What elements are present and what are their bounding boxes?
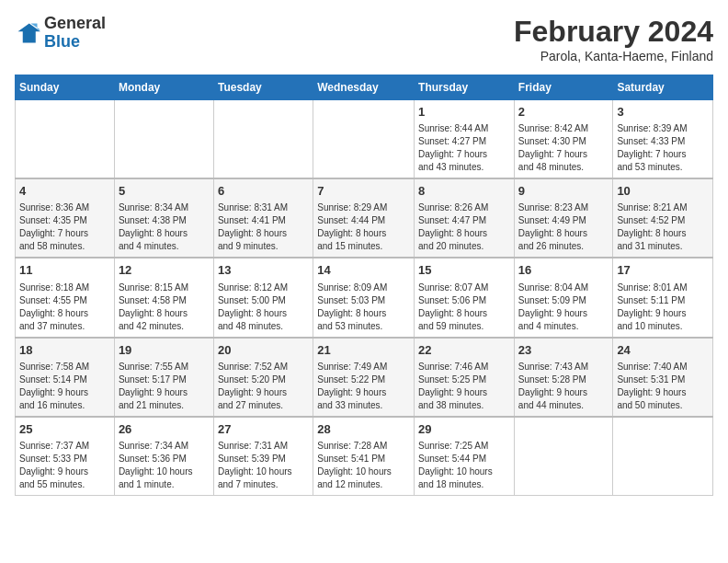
day-detail: Sunrise: 8:44 AM Sunset: 4:27 PM Dayligh… [418,122,510,174]
day-number: 6 [218,183,309,200]
day-detail: Sunrise: 7:46 AM Sunset: 5:25 PM Dayligh… [418,361,510,412]
calendar-week-row: 18Sunrise: 7:58 AM Sunset: 5:14 PM Dayli… [16,338,713,417]
calendar-day-cell [213,100,313,179]
calendar-day-cell [514,417,613,496]
calendar-day-cell: 2Sunrise: 8:42 AM Sunset: 4:30 PM Daylig… [514,100,613,179]
day-detail: Sunrise: 8:36 AM Sunset: 4:35 PM Dayligh… [19,201,110,253]
logo: General Blue [15,15,106,52]
day-detail: Sunrise: 7:28 AM Sunset: 5:41 PM Dayligh… [317,440,410,491]
calendar-day-cell: 14Sunrise: 8:09 AM Sunset: 5:03 PM Dayli… [313,258,415,337]
weekday-header: Saturday [613,75,713,100]
day-number: 20 [218,342,309,359]
day-detail: Sunrise: 8:15 AM Sunset: 4:58 PM Dayligh… [119,282,210,333]
calendar-day-cell: 13Sunrise: 8:12 AM Sunset: 5:00 PM Dayli… [213,258,313,337]
logo-text: General Blue [44,15,106,52]
calendar-day-cell [16,100,115,179]
day-detail: Sunrise: 7:55 AM Sunset: 5:17 PM Dayligh… [119,361,210,412]
day-number: 26 [119,421,210,438]
day-detail: Sunrise: 8:04 AM Sunset: 5:09 PM Dayligh… [518,282,609,333]
weekday-header: Friday [514,75,613,100]
day-number: 19 [119,342,210,359]
calendar-week-row: 4Sunrise: 8:36 AM Sunset: 4:35 PM Daylig… [16,178,713,258]
day-detail: Sunrise: 7:40 AM Sunset: 5:31 PM Dayligh… [617,361,709,412]
day-number: 16 [518,262,609,279]
calendar-day-cell: 19Sunrise: 7:55 AM Sunset: 5:17 PM Dayli… [114,338,213,417]
day-detail: Sunrise: 8:34 AM Sunset: 4:38 PM Dayligh… [119,201,210,253]
day-number: 15 [418,262,510,279]
day-detail: Sunrise: 8:42 AM Sunset: 4:30 PM Dayligh… [518,122,609,174]
day-number: 25 [19,421,110,438]
weekday-header: Wednesday [313,75,415,100]
day-detail: Sunrise: 7:34 AM Sunset: 5:36 PM Dayligh… [119,440,210,491]
day-number: 12 [119,262,210,279]
calendar-day-cell: 21Sunrise: 7:49 AM Sunset: 5:22 PM Dayli… [313,338,415,417]
day-number: 17 [617,262,709,279]
calendar-day-cell: 17Sunrise: 8:01 AM Sunset: 5:11 PM Dayli… [613,258,713,337]
calendar-day-cell: 18Sunrise: 7:58 AM Sunset: 5:14 PM Dayli… [16,338,115,417]
subtitle: Parola, Kanta-Haeme, Finland [514,49,713,63]
day-number: 22 [418,342,510,359]
weekday-header: Sunday [16,75,115,100]
day-detail: Sunrise: 8:12 AM Sunset: 5:00 PM Dayligh… [218,282,309,333]
calendar-day-cell: 1Sunrise: 8:44 AM Sunset: 4:27 PM Daylig… [415,100,515,179]
day-detail: Sunrise: 7:49 AM Sunset: 5:22 PM Dayligh… [317,361,410,412]
calendar-day-cell: 28Sunrise: 7:28 AM Sunset: 5:41 PM Dayli… [313,417,415,496]
day-number: 10 [617,183,709,200]
day-detail: Sunrise: 8:31 AM Sunset: 4:41 PM Dayligh… [218,201,309,253]
calendar-day-cell: 26Sunrise: 7:34 AM Sunset: 5:36 PM Dayli… [114,417,213,496]
calendar-week-row: 1Sunrise: 8:44 AM Sunset: 4:27 PM Daylig… [16,100,713,179]
day-detail: Sunrise: 8:21 AM Sunset: 4:52 PM Dayligh… [617,201,709,253]
day-number: 5 [119,183,210,200]
weekday-header: Tuesday [213,75,313,100]
weekday-header: Monday [114,75,213,100]
calendar-day-cell [114,100,213,179]
weekday-header-row: SundayMondayTuesdayWednesdayThursdayFrid… [16,75,713,100]
day-detail: Sunrise: 8:07 AM Sunset: 5:06 PM Dayligh… [418,282,510,333]
calendar-day-cell: 4Sunrise: 8:36 AM Sunset: 4:35 PM Daylig… [16,178,115,258]
calendar-day-cell: 3Sunrise: 8:39 AM Sunset: 4:33 PM Daylig… [613,100,713,179]
day-number: 18 [19,342,110,359]
day-number: 7 [317,183,410,200]
day-detail: Sunrise: 7:25 AM Sunset: 5:44 PM Dayligh… [418,440,510,491]
day-number: 2 [518,104,609,121]
day-number: 11 [19,262,110,279]
calendar-day-cell: 29Sunrise: 7:25 AM Sunset: 5:44 PM Dayli… [415,417,515,496]
title-area: February 2024 Parola, Kanta-Haeme, Finla… [514,15,713,63]
logo-icon [15,20,40,46]
day-detail: Sunrise: 7:43 AM Sunset: 5:28 PM Dayligh… [518,361,609,412]
day-number: 4 [19,183,110,200]
day-number: 8 [418,183,510,200]
day-detail: Sunrise: 7:37 AM Sunset: 5:33 PM Dayligh… [19,440,110,491]
day-detail: Sunrise: 8:29 AM Sunset: 4:44 PM Dayligh… [317,201,410,253]
day-detail: Sunrise: 7:52 AM Sunset: 5:20 PM Dayligh… [218,361,309,412]
main-title: February 2024 [514,15,713,49]
calendar-day-cell: 20Sunrise: 7:52 AM Sunset: 5:20 PM Dayli… [213,338,313,417]
day-detail: Sunrise: 8:39 AM Sunset: 4:33 PM Dayligh… [617,122,709,174]
page-header: General Blue February 2024 Parola, Kanta… [15,15,713,63]
calendar-week-row: 25Sunrise: 7:37 AM Sunset: 5:33 PM Dayli… [16,417,713,496]
calendar-day-cell [313,100,415,179]
calendar-day-cell: 10Sunrise: 8:21 AM Sunset: 4:52 PM Dayli… [613,178,713,258]
day-number: 27 [218,421,309,438]
day-detail: Sunrise: 8:18 AM Sunset: 4:55 PM Dayligh… [19,282,110,333]
calendar-day-cell: 23Sunrise: 7:43 AM Sunset: 5:28 PM Dayli… [514,338,613,417]
day-detail: Sunrise: 8:09 AM Sunset: 5:03 PM Dayligh… [317,282,410,333]
day-number: 29 [418,421,510,438]
day-number: 13 [218,262,309,279]
day-number: 24 [617,342,709,359]
calendar-week-row: 11Sunrise: 8:18 AM Sunset: 4:55 PM Dayli… [16,258,713,337]
day-detail: Sunrise: 7:31 AM Sunset: 5:39 PM Dayligh… [218,440,309,491]
day-detail: Sunrise: 8:26 AM Sunset: 4:47 PM Dayligh… [418,201,510,253]
day-number: 14 [317,262,410,279]
calendar-day-cell: 11Sunrise: 8:18 AM Sunset: 4:55 PM Dayli… [16,258,115,337]
day-detail: Sunrise: 8:23 AM Sunset: 4:49 PM Dayligh… [518,201,609,253]
calendar-table: SundayMondayTuesdayWednesdayThursdayFrid… [15,75,713,496]
day-detail: Sunrise: 8:01 AM Sunset: 5:11 PM Dayligh… [617,282,709,333]
calendar-day-cell: 8Sunrise: 8:26 AM Sunset: 4:47 PM Daylig… [415,178,515,258]
day-number: 28 [317,421,410,438]
day-detail: Sunrise: 7:58 AM Sunset: 5:14 PM Dayligh… [19,361,110,412]
day-number: 3 [617,104,709,121]
calendar-day-cell: 5Sunrise: 8:34 AM Sunset: 4:38 PM Daylig… [114,178,213,258]
calendar-day-cell: 24Sunrise: 7:40 AM Sunset: 5:31 PM Dayli… [613,338,713,417]
calendar-day-cell: 22Sunrise: 7:46 AM Sunset: 5:25 PM Dayli… [415,338,515,417]
